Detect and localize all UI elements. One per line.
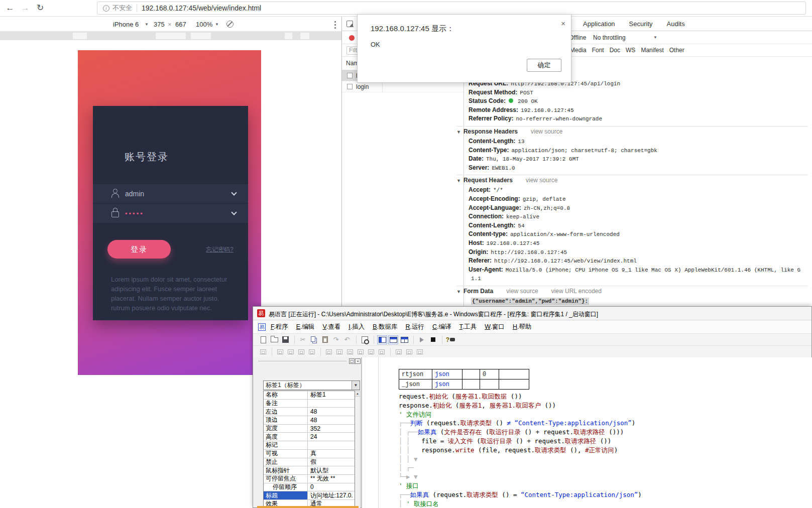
align-tool-icon[interactable] [334,348,344,356]
url-text[interactable]: 192.168.0.127:45/web/view/index.html [142,4,261,12]
property-row[interactable]: 左边48 [264,408,355,416]
property-scrollbar[interactable]: ▲ [355,391,361,508]
align-tool-icon[interactable] [324,348,333,356]
run-icon[interactable] [417,335,427,344]
property-row[interactable]: 名称标签1 [264,391,355,400]
align-tool-icon[interactable] [404,348,414,356]
align-tool-icon[interactable] [345,348,355,356]
window-layout-left-icon[interactable] [377,335,387,344]
forward-icon[interactable]: → [19,2,31,14]
new-file-icon[interactable] [258,335,268,344]
property-value[interactable]: 访问地址:127.0. [308,491,355,500]
menu-h[interactable]: H.帮助 [513,323,532,331]
save-icon[interactable] [280,335,290,344]
cut-icon[interactable]: ✂ [298,335,308,344]
checkbox-icon[interactable] [347,73,353,78]
open-file-icon[interactable] [269,335,279,344]
property-row[interactable]: 宽度352 [264,425,355,433]
property-row[interactable]: 鼠标指针默认型 [264,466,355,475]
panel-grip[interactable] [258,361,346,362]
help-find-icon[interactable]: ? [445,335,455,344]
variable-row[interactable]: _jsonjson [399,379,529,390]
property-row[interactable]: 标记 [264,441,355,450]
scroll-up-icon[interactable]: ▲ [355,391,360,397]
info-icon[interactable]: i [103,5,109,12]
back-icon[interactable]: ← [4,2,16,14]
offline-checkbox-label[interactable]: Offline [569,34,586,41]
align-tool-icon[interactable] [296,348,306,356]
menu-v[interactable]: V.查看 [323,323,341,331]
property-row[interactable]: 可停留焦点** 无效 ** [264,475,355,483]
menu-f[interactable]: F.程序 [271,323,288,331]
filter-chip-doc[interactable]: Doc [610,47,620,54]
filter-chip-manifest[interactable]: Manifest [641,47,663,54]
filter-chip-ws[interactable]: WS [626,47,635,54]
variable-row[interactable]: rtjsonjson0 [399,369,529,379]
property-row[interactable]: 禁止假 [264,458,355,467]
window-layout-grid-icon[interactable] [399,335,409,344]
view-source-link[interactable]: view source [526,177,557,184]
filter-chip-font[interactable]: Font [592,47,604,54]
menu-w[interactable]: W.窗口 [485,323,505,331]
align-tool-icon[interactable] [394,348,403,356]
property-value[interactable]: 0 [308,483,355,490]
ide-titlebar[interactable]: 易 易语言 [正在运行] - C:\Users\Administrator\De… [253,307,811,320]
menu-t[interactable]: T.工具 [459,323,477,331]
tab-security[interactable]: Security [622,17,660,31]
refresh-icon[interactable]: ↻ [34,2,46,14]
tab-application[interactable]: Application [576,17,622,31]
align-tool-icon[interactable] [307,348,316,356]
disclosure-icon[interactable]: ▼ [456,178,461,183]
zoom-select[interactable]: 100% [196,21,212,28]
menu-e[interactable]: E.编辑 [296,323,315,331]
media-query-bar[interactable] [0,32,341,40]
align-tool-icon[interactable] [356,348,365,356]
property-value[interactable]: ** 无效 ** [308,474,355,483]
close-panel-icon[interactable]: × [355,358,361,364]
variable-table[interactable]: rtjsonjson0_jsonjson [399,369,529,390]
checkbox-icon[interactable] [347,84,353,89]
username-field[interactable]: admin [93,184,248,203]
filter-chip-other[interactable]: Other [669,47,684,54]
window-layout-top-icon[interactable] [388,335,398,344]
throttling-select[interactable]: No throttling [593,34,626,41]
close-icon[interactable]: × [561,19,565,28]
password-value[interactable]: ••••• [125,210,144,217]
property-row[interactable]: 高度24 [264,433,355,441]
tab-audits[interactable]: Audits [660,17,692,31]
view-source-link[interactable]: view source [531,128,562,135]
rotate-screen-icon[interactable] [226,21,234,28]
menu-r[interactable]: R.运行 [406,323,425,331]
copy-icon[interactable] [309,335,319,344]
align-tool-icon[interactable] [258,348,268,356]
property-value[interactable]: 标签1 [308,391,355,399]
menu-b[interactable]: B.数据库 [373,323,397,331]
menu-c[interactable]: C.编译 [432,323,451,331]
property-value[interactable]: 48 [308,408,355,415]
record-icon[interactable] [349,35,355,41]
property-value[interactable]: 假 [308,458,355,466]
property-row[interactable]: 可视真 [264,450,355,458]
redo-icon[interactable]: ↷ [331,335,341,344]
device-select[interactable]: iPhone 6 [113,21,139,28]
disclosure-icon[interactable]: ▼ [456,289,461,294]
chevron-down-icon[interactable] [231,190,237,195]
property-value[interactable]: 352 [308,425,355,432]
section-header[interactable]: ▼Response Headersview source [456,126,808,137]
property-row[interactable]: 停留顺序0 [264,483,355,492]
device-height-field[interactable]: 667 [175,21,186,28]
forgot-password-link[interactable]: 忘记密码? [206,245,234,254]
address-bar[interactable]: i 不安全 192.168.0.127:45/web/view/index.ht… [97,2,806,15]
align-tool-icon[interactable] [366,348,376,356]
property-value[interactable]: 24 [308,433,355,440]
login-button[interactable]: 登录 [107,240,171,259]
code-editor[interactable]: rtjsonjson0_jsonjson request.初始化 (服务器1.取… [362,357,812,508]
align-tool-icon[interactable] [275,348,285,356]
property-row[interactable]: 顶边48 [264,416,355,425]
property-value[interactable]: 真 [308,449,355,458]
section-header[interactable]: ▼Form Dataview sourceview URL encoded [456,286,808,297]
username-value[interactable]: admin [125,190,144,198]
stop-icon[interactable] [428,335,438,344]
align-tool-icon[interactable] [286,348,295,356]
property-row[interactable]: 备注 [264,400,355,408]
